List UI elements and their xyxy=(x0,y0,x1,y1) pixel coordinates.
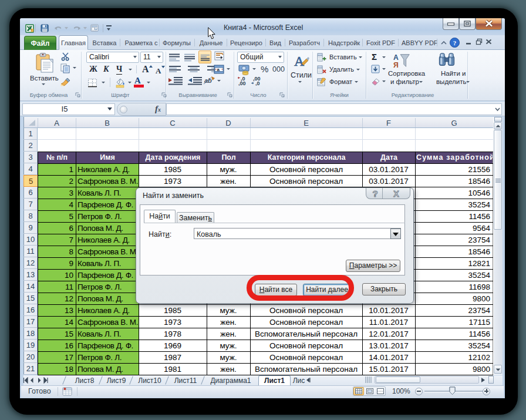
svg-text:X: X xyxy=(393,189,399,198)
svg-text:ab: ab xyxy=(204,77,212,84)
svg-text:A: A xyxy=(294,53,305,69)
svg-text:Я: Я xyxy=(393,61,399,69)
svg-text:А: А xyxy=(393,53,399,62)
svg-text:a: a xyxy=(217,67,220,72)
svg-text:?: ? xyxy=(372,189,377,199)
svg-text:,0: ,0 xyxy=(255,80,260,86)
svg-text:?: ? xyxy=(453,39,457,46)
svg-text:,00: ,00 xyxy=(238,80,246,86)
